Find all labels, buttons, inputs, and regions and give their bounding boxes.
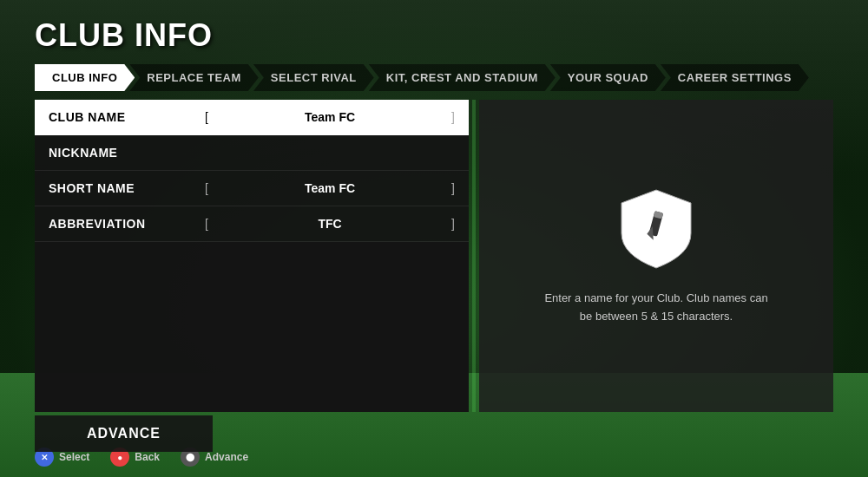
tab-your-squad[interactable]: Your Squad (550, 64, 666, 91)
abbreviation-row[interactable]: Abbreviation [ TFC ] (35, 206, 469, 242)
tab-bar: Club Info Replace Team Select Rival Kit,… (35, 64, 833, 91)
club-name-row[interactable]: Club Name [ Team FC ] (35, 100, 469, 135)
short-name-row[interactable]: Short Name [ Team FC ] (35, 171, 469, 206)
main-layout: Club Name [ Team FC ] Nickname Short Nam… (35, 100, 833, 412)
club-name-bracket-left: [ (205, 110, 208, 124)
club-name-bracket-right: ] (451, 110, 455, 124)
left-panel: Club Name [ Team FC ] Nickname Short Nam… (35, 100, 469, 412)
tab-select-rival[interactable]: Select Rival (253, 64, 374, 91)
tab-career-settings[interactable]: Career Settings (661, 64, 809, 91)
advance-button[interactable]: Advance (35, 415, 213, 452)
page-title: Club Info (35, 17, 833, 54)
nickname-label: Nickname (49, 146, 205, 160)
nickname-row[interactable]: Nickname (35, 135, 469, 171)
abbreviation-bracket-right: ] (451, 217, 455, 231)
short-name-value: Team FC (215, 181, 444, 195)
club-name-value: Team FC (215, 110, 444, 124)
crest-icon (617, 186, 695, 272)
tab-club-info[interactable]: Club Info (35, 64, 135, 91)
help-text: Enter a name for your Club. Club names c… (543, 290, 769, 326)
panel-divider (472, 100, 476, 412)
tab-replace-team[interactable]: Replace Team (129, 64, 259, 91)
club-name-label: Club Name (49, 110, 205, 124)
tab-kit-crest-stadium[interactable]: Kit, Crest and Stadium (369, 64, 556, 91)
short-name-label: Short Name (49, 181, 205, 195)
advance-btn-row: Advance (35, 415, 833, 452)
abbreviation-label: Abbreviation (49, 217, 205, 231)
short-name-bracket-right: ] (451, 181, 455, 195)
abbreviation-bracket-left: [ (205, 217, 208, 231)
form-spacer (35, 242, 469, 412)
abbreviation-value: TFC (215, 217, 444, 231)
right-panel: Enter a name for your Club. Club names c… (479, 100, 833, 412)
short-name-bracket-left: [ (205, 181, 208, 195)
